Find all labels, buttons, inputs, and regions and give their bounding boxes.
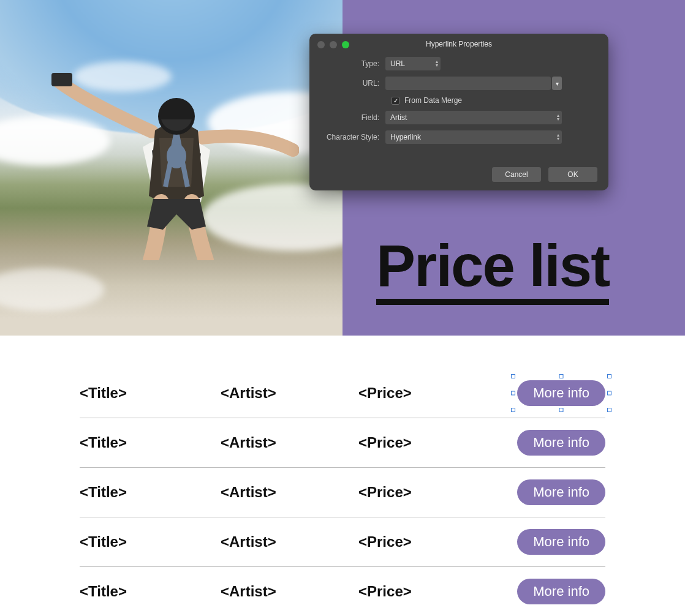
- url-history-button[interactable]: ▾: [552, 77, 562, 90]
- artist-placeholder: <Artist>: [221, 385, 358, 402]
- list-item: <Title><Artist><Price>More info: [80, 517, 605, 567]
- more-info-wrap: More info: [496, 529, 605, 555]
- selection-handle[interactable]: [607, 374, 611, 378]
- field-label: Field:: [320, 113, 385, 122]
- type-select[interactable]: URL ▴▾: [385, 57, 441, 70]
- window-controls: [317, 41, 349, 48]
- title-placeholder: <Title>: [80, 533, 221, 550]
- more-info-button[interactable]: More info: [517, 579, 605, 604]
- chevron-down-icon: ▾: [556, 80, 559, 87]
- price-list: <Title><Artist><Price>More info<Title><A…: [0, 336, 685, 616]
- price-placeholder: <Price>: [358, 385, 496, 402]
- page-title: Price list: [376, 236, 609, 305]
- more-info-button[interactable]: More info: [517, 380, 605, 406]
- selection-handle[interactable]: [607, 408, 611, 412]
- more-info-button[interactable]: More info: [517, 430, 605, 456]
- from-data-merge-checkbox[interactable]: ✓: [392, 97, 399, 105]
- more-info-button[interactable]: More info: [517, 479, 605, 505]
- type-label: Type:: [320, 59, 385, 68]
- more-info-button[interactable]: More info: [517, 529, 605, 555]
- selection-handle[interactable]: [559, 408, 564, 412]
- field-value: Artist: [390, 113, 407, 122]
- artist-placeholder: <Artist>: [221, 484, 358, 501]
- dialog-title: Hyperlink Properties: [309, 34, 608, 48]
- list-item: <Title><Artist><Price>More info: [80, 468, 605, 517]
- price-placeholder: <Price>: [358, 583, 496, 600]
- list-item: <Title><Artist><Price>More info: [80, 418, 605, 468]
- chevron-updown-icon: ▴▾: [557, 133, 559, 141]
- close-icon[interactable]: [317, 41, 325, 48]
- list-item: <Title><Artist><Price>More info: [80, 369, 605, 418]
- url-label: URL:: [320, 79, 385, 88]
- svg-point-1: [167, 144, 186, 168]
- artist-placeholder: <Artist>: [221, 434, 358, 451]
- chevron-updown-icon: ▴▾: [557, 114, 559, 121]
- title-placeholder: <Title>: [80, 385, 221, 402]
- cancel-button[interactable]: Cancel: [492, 167, 541, 182]
- url-input[interactable]: [385, 77, 551, 90]
- title-placeholder: <Title>: [80, 484, 221, 501]
- artist-placeholder: <Artist>: [221, 533, 358, 550]
- from-data-merge-label: From Data Merge: [404, 96, 462, 105]
- list-item: <Title><Artist><Price>More info: [80, 567, 605, 616]
- selection-frame: [513, 377, 609, 410]
- price-placeholder: <Price>: [358, 533, 496, 550]
- zoom-icon[interactable]: [342, 41, 349, 48]
- price-placeholder: <Price>: [358, 484, 496, 501]
- selection-handle[interactable]: [511, 408, 515, 412]
- selection-handle[interactable]: [511, 391, 515, 396]
- char-style-select[interactable]: Hyperlink ▴▾: [385, 130, 562, 144]
- char-style-label: Character Style:: [320, 133, 385, 141]
- more-info-wrap: More info: [496, 479, 605, 505]
- field-select[interactable]: Artist ▴▾: [385, 111, 562, 124]
- title-placeholder: <Title>: [80, 583, 221, 600]
- price-placeholder: <Price>: [358, 434, 496, 451]
- char-style-value: Hyperlink: [390, 133, 421, 141]
- artist-placeholder: <Artist>: [221, 583, 358, 600]
- chevron-updown-icon: ▴▾: [436, 60, 438, 67]
- type-value: URL: [390, 59, 405, 68]
- hero-image: [0, 0, 342, 336]
- checkmark-icon: ✓: [393, 97, 398, 104]
- selection-handle[interactable]: [607, 391, 611, 396]
- more-info-wrap: More info: [496, 430, 605, 456]
- minimize-icon[interactable]: [330, 41, 337, 48]
- selection-handle[interactable]: [559, 374, 564, 378]
- title-placeholder: <Title>: [80, 434, 221, 451]
- more-info-wrap: More info: [496, 579, 605, 604]
- more-info-wrap: More info: [496, 380, 605, 406]
- hyperlink-properties-dialog: Hyperlink Properties Type: URL ▴▾ URL: ▾…: [309, 34, 608, 190]
- selection-handle[interactable]: [511, 374, 515, 378]
- ok-button[interactable]: OK: [548, 167, 597, 182]
